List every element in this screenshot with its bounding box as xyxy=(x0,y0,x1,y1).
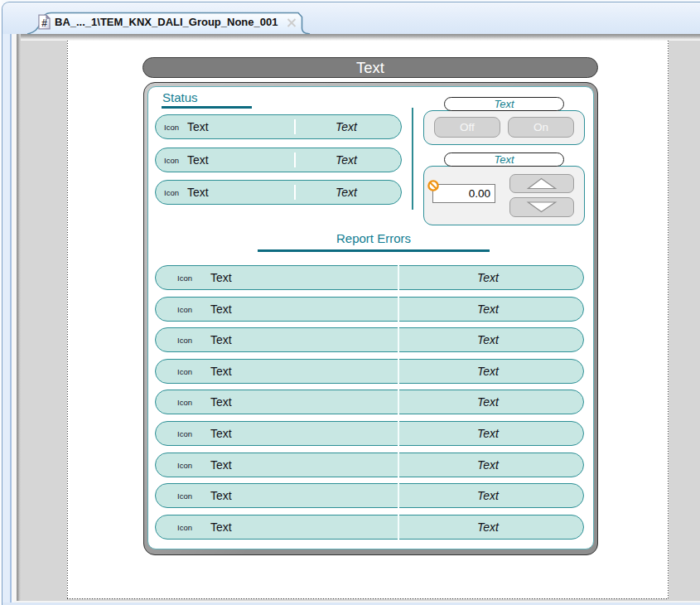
svg-text:#: # xyxy=(41,17,47,29)
